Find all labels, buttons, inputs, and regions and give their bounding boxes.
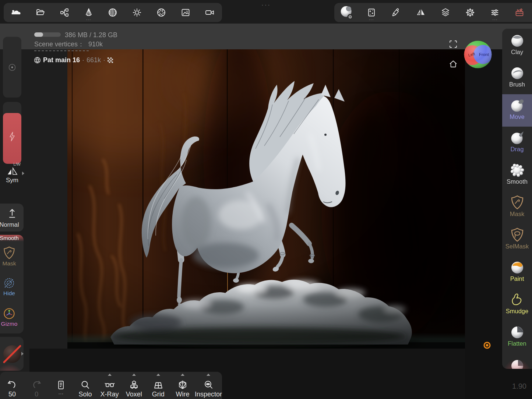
mask-shield-icon	[3, 246, 15, 260]
pivot-reticle	[483, 341, 491, 349]
dot: ·	[103, 56, 105, 64]
tool-clay[interactable]: Clay	[502, 29, 532, 62]
app-logo[interactable]	[8, 5, 23, 20]
sym-label: Sym	[0, 177, 24, 184]
postprocess-icon[interactable]: ···	[364, 5, 379, 20]
smooth-ball-icon	[509, 162, 525, 178]
tool-paint[interactable]: Paint	[502, 256, 532, 289]
checker-icon	[108, 57, 113, 63]
toolbar-top-left: ···	[4, 3, 222, 22]
gizmo-icon	[3, 307, 16, 320]
shortcut-smooth[interactable]: Smooth	[0, 235, 24, 241]
tool-panel: Clay Brush Move Drag Smooth Mask SelMask…	[502, 29, 532, 369]
zoom-level: 1.90	[504, 382, 526, 391]
falloff-panel[interactable]	[0, 337, 24, 371]
viewport-3d[interactable]	[67, 49, 465, 349]
fullscreen-icon[interactable]	[449, 40, 458, 49]
grid-button[interactable]: Grid	[146, 372, 170, 399]
primitives-more: ···	[81, 18, 96, 21]
undo-icon	[7, 380, 17, 390]
postprocess-more: ···	[364, 18, 379, 21]
layer-row[interactable]: Pat main 16 · 661k ·	[34, 56, 113, 64]
material-sphere-icon[interactable]	[339, 5, 354, 20]
scene-graph-icon[interactable]	[57, 5, 72, 20]
orientation-gizmo[interactable]: Left Front	[464, 40, 492, 69]
shortcut-gizmo[interactable]: Gizmo	[0, 307, 24, 327]
primitives-icon[interactable]: ···	[81, 5, 96, 20]
scene-vertices: Scene vertices： 910k	[34, 40, 103, 49]
tool-mask[interactable]: Mask	[502, 191, 532, 224]
sym-icon	[6, 166, 18, 176]
layer-vertices: 661k	[87, 56, 101, 64]
redo-icon	[31, 380, 42, 390]
toolbar-top-right: ··· ···	[334, 3, 532, 22]
home-icon[interactable]	[448, 59, 458, 69]
brush-ball-icon	[509, 65, 525, 81]
dot: ·	[82, 56, 84, 64]
radius-slider[interactable]	[3, 37, 21, 98]
files-icon[interactable]	[33, 5, 47, 20]
parameters-icon[interactable]: ···	[487, 5, 502, 20]
symmetry-control[interactable]: L/W Sym	[0, 162, 24, 184]
tool-move[interactable]: Move	[502, 94, 532, 127]
xray-button[interactable]: X-Ray	[98, 372, 122, 399]
camera-icon[interactable]	[202, 5, 217, 20]
smudge-finger-icon	[510, 292, 525, 307]
grid-icon	[153, 380, 163, 390]
falloff-expand-arrow[interactable]	[21, 352, 24, 356]
tool-smudge[interactable]: Smudge	[502, 289, 532, 321]
notes-button[interactable]: ···	[49, 372, 73, 399]
shortcut-hide[interactable]: Hide	[0, 276, 24, 297]
voxel-caret	[132, 374, 136, 376]
tool-selmask[interactable]: SelMask	[502, 224, 532, 256]
layer-sphere-icon	[34, 57, 41, 64]
undo-button[interactable]: 50	[0, 372, 24, 399]
tool-drag[interactable]: Drag	[502, 127, 532, 159]
tool-flatten[interactable]: Flatten	[502, 321, 532, 353]
settings-icon[interactable]	[463, 5, 478, 20]
shortcut-mask[interactable]: Mask	[0, 246, 24, 267]
redo-button[interactable]: 0	[24, 372, 49, 399]
bottom-toolbar: 50 0 ··· Solo X-Ray Voxel Grid Wire	[0, 372, 222, 399]
paint-all-icon[interactable]	[389, 5, 404, 20]
layers-icon[interactable]	[438, 5, 453, 20]
intensity-bolt-icon	[8, 131, 17, 142]
grid-caret	[156, 374, 160, 376]
render-icon[interactable]	[154, 5, 169, 20]
inspector-button[interactable]: Inspector	[195, 372, 222, 399]
symmetry-icon[interactable]	[413, 5, 428, 20]
scene-vertices-value: 910k	[88, 40, 103, 48]
clay-ball-icon	[509, 32, 525, 49]
falloff-glow	[0, 364, 24, 371]
tool-brush[interactable]: Brush	[502, 62, 532, 94]
tool-panel-glow	[502, 359, 532, 369]
window-handle-dots[interactable]: ···	[258, 1, 275, 9]
notes-icon	[56, 380, 66, 390]
wire-caret	[181, 374, 184, 376]
normal-arrow-icon	[7, 207, 17, 219]
layer-name: Pat main 16	[43, 56, 80, 64]
selmask-shield-icon	[510, 227, 524, 243]
background-icon[interactable]	[178, 5, 193, 20]
voxel-icon	[129, 380, 139, 390]
stroke-normal-button[interactable]: Normal	[0, 204, 24, 232]
nav-front-label: Front	[479, 52, 489, 57]
wire-icon	[177, 380, 188, 390]
normal-label: Normal	[0, 221, 24, 228]
solo-icon	[80, 380, 90, 390]
lighting-icon[interactable]	[130, 5, 144, 20]
voxel-button[interactable]: Voxel	[122, 372, 146, 399]
memory-bar-fill	[34, 32, 43, 37]
wire-button[interactable]: Wire	[170, 372, 195, 399]
paint-ball-icon	[509, 259, 525, 275]
sym-expand-arrow[interactable]	[22, 172, 24, 175]
tool-smooth[interactable]: Smooth	[502, 159, 532, 191]
tool-shortcuts-panel: Smooth Mask Hide Gizmo	[0, 235, 24, 333]
intensity-slider[interactable]	[3, 102, 21, 164]
toolbox-icon[interactable]	[512, 5, 527, 20]
flatten-ball-icon	[509, 324, 525, 340]
solo-button[interactable]: Solo	[73, 372, 97, 399]
memory-bar	[34, 32, 61, 37]
xray-caret	[108, 374, 112, 376]
matcap-icon[interactable]	[105, 5, 120, 20]
